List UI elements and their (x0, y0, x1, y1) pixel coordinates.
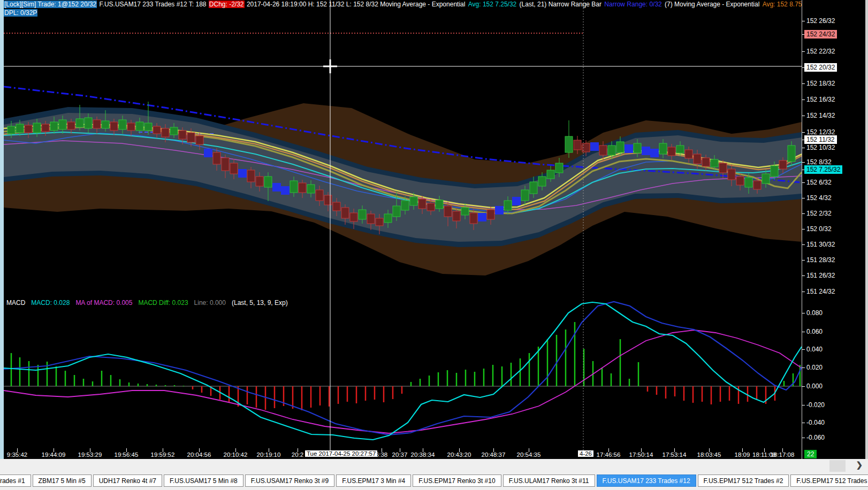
candle-down (127, 123, 135, 131)
candle-down (367, 214, 375, 224)
time-axis-label: 17:53:14 (663, 451, 687, 458)
price-axis-label: 0.060 (806, 327, 823, 336)
macd-label-segment: (Last, 5, 13, 9, Exp) (232, 299, 288, 307)
chart-tab[interactable]: ZBM17 5 Min #5 (33, 474, 92, 487)
time-axis-label: 19:44:09 (42, 451, 66, 458)
position-info-bar: DPL: 0/32P (4, 9, 37, 17)
paintbar-blue (495, 206, 504, 215)
price-axis-label: 152 24/32 (804, 30, 837, 39)
candle-up (771, 166, 778, 177)
candle-down (728, 169, 735, 180)
price-axis-label: 152 14/32 (806, 111, 835, 120)
price-axis-label: 151 26/32 (806, 271, 835, 280)
price-axis-tick (802, 292, 805, 292)
price-axis-tick (802, 148, 805, 148)
candle-down (179, 131, 186, 139)
price-axis-tick (802, 313, 805, 313)
crosshair-time-label: Tue 2017-04-25 20:27:57 (305, 450, 377, 457)
price-axis-label: 0.080 (806, 309, 823, 317)
chart-tab[interactable]: F.US.EPM17 3 Min #4 (336, 474, 411, 487)
paintbar-blue (590, 142, 599, 151)
header-segment: Narrow Range: 0/32 (604, 1, 662, 8)
time-axis-label: 18:17:08 (771, 451, 795, 458)
price-axis-label: 152 4/32 (806, 194, 832, 202)
paintbar-blue (642, 147, 650, 155)
candle-up (410, 197, 417, 205)
candle-up (7, 126, 15, 134)
candle-up (170, 127, 178, 135)
header-segment: Avg: 152 7.25/32 (468, 1, 517, 8)
header-segment: F.US.USAM17 233 Trades #12 T: 188 (97, 1, 209, 8)
time-axis: Tue 2017-04-25 20:27:57 4-26 9:35:4219:4… (4, 449, 802, 459)
chart-canvas[interactable] (4, 0, 802, 452)
session-date-label: 4-26 (578, 450, 593, 457)
candle-down (719, 163, 727, 173)
candle-down (694, 154, 701, 164)
price-axis[interactable]: 22 152 26/32152 24/32152 22/32152 20/321… (802, 0, 865, 459)
price-axis-tick (802, 99, 805, 100)
candle-up (85, 118, 92, 128)
paintbar-blue (272, 183, 281, 192)
price-axis-tick (802, 182, 805, 183)
macd-label-segment: MACD (6, 299, 25, 307)
chart-tab[interactable]: F.US.ULAM17 Renko 3t #11 (503, 474, 595, 487)
header-segment: [Lock][Sim] Trade: 1@152 20/32 (4, 1, 97, 8)
chart-tab[interactable]: F.US.EPM17 Renko 3t #10 (413, 474, 501, 487)
time-axis-label: 20:10:42 (224, 451, 248, 458)
price-axis-tick (802, 349, 805, 350)
price-axis-tick (802, 386, 805, 387)
header-segment: (Last, 21) Narrow Range Bar (517, 1, 604, 8)
macd-label-segment: Line: 0.000 (194, 299, 226, 307)
price-axis-tick (802, 332, 805, 332)
candle-up (659, 143, 667, 154)
price-axis-label: 151 30/32 (806, 240, 835, 249)
chart-tab[interactable]: F.US.EPM17 512 Trades #13 (790, 474, 868, 487)
candle-down (67, 122, 75, 129)
paintbar-blue (204, 149, 212, 157)
price-axis-label: 0.040 (806, 345, 823, 354)
candle-up (76, 119, 83, 127)
macd-label-segment: MACD Diff: 0.023 (138, 299, 188, 307)
candle-up (393, 206, 400, 217)
price-axis-label: -0.020 (806, 401, 825, 409)
chart-tab[interactable]: F.US.USAM17 233 Trades #12 (597, 474, 696, 487)
macd-label-segment: MA of MACD: 0.005 (75, 299, 132, 307)
chart-info-bar: [Lock][Sim] Trade: 1@152 20/32 F.US.USAM… (4, 0, 802, 9)
window-left-border (0, 0, 4, 459)
macd-blue (4, 302, 802, 435)
candle-down (736, 177, 744, 185)
time-axis-label: 9:35:42 (7, 451, 27, 458)
chart-tab[interactable]: F.US.EPM17 512 Trades #2 (698, 474, 789, 487)
price-axis-label: 152 0/32 (806, 225, 832, 233)
chart-tab[interactable]: Trades #1 (0, 474, 31, 487)
candle-down (333, 202, 340, 211)
header-segment: DChg: -2/32 (209, 1, 245, 8)
candle-up (616, 142, 624, 152)
candle-down (230, 163, 238, 174)
chart-tab[interactable]: F.US.USAM17 Renko 3t #9 (245, 474, 334, 487)
candle-down (753, 181, 761, 189)
price-axis-label: 0.000 (806, 382, 823, 391)
candle-up (788, 146, 795, 162)
time-axis-label: 20:04:56 (187, 451, 211, 458)
price-axis-label: 152 11/32 (804, 135, 837, 144)
candle-down (93, 120, 101, 128)
macd-label-segment: MACD: 0.028 (31, 299, 70, 307)
candle-down (470, 213, 477, 224)
price-axis-label: 152 6/32 (806, 178, 832, 187)
price-axis-label: 151 24/32 (806, 287, 835, 296)
chart-panel[interactable]: [Lock][Sim] Trade: 1@152 20/32 F.US.USAM… (4, 0, 802, 459)
chart-tab[interactable]: F.US.USAM17 5 Min #8 (164, 474, 243, 487)
candle-up (264, 177, 272, 187)
chart-tab[interactable]: UDH17 Renko 4t #7 (93, 474, 162, 487)
scroll-right-icon[interactable]: ❯ (856, 460, 863, 470)
candle-down (25, 125, 32, 133)
candle-down (299, 183, 306, 193)
scrollbar-thumb[interactable] (829, 460, 846, 472)
price-axis-label: 152 7.25/32 (804, 165, 842, 174)
horizontal-scrollbar[interactable]: ❯ (0, 459, 868, 473)
candle-up (504, 201, 512, 210)
candle-down (685, 150, 692, 158)
candle-down (453, 211, 460, 221)
time-axis-label: 19:59:52 (151, 451, 175, 458)
